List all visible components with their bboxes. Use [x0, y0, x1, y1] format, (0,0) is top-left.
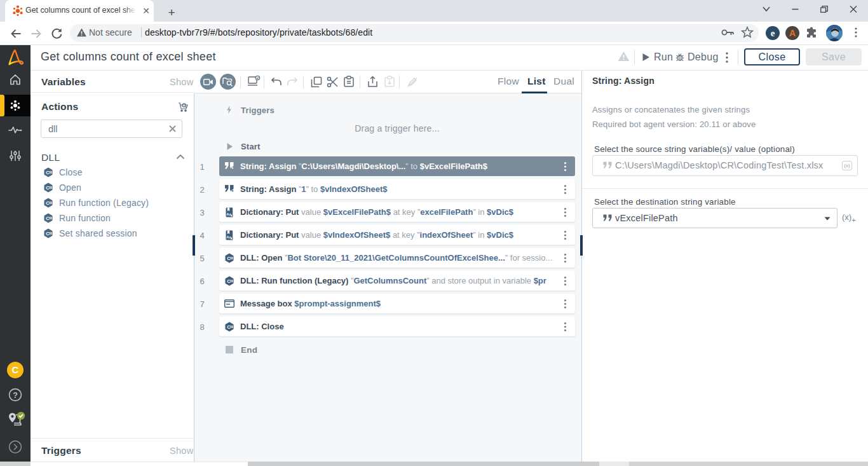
svg-text:C: C	[46, 170, 50, 175]
svg-text:C: C	[46, 185, 50, 191]
svg-text:C: C	[46, 216, 50, 221]
svg-text:C: C	[46, 231, 50, 236]
svg-text:C: C	[46, 200, 50, 206]
svg-text:C: C	[227, 324, 231, 330]
svg-text:C: C	[227, 256, 231, 261]
svg-text:?: ?	[13, 391, 18, 400]
svg-text:A: A	[789, 28, 796, 38]
svg-text:e: e	[771, 28, 775, 38]
svg-text:C: C	[227, 278, 231, 284]
